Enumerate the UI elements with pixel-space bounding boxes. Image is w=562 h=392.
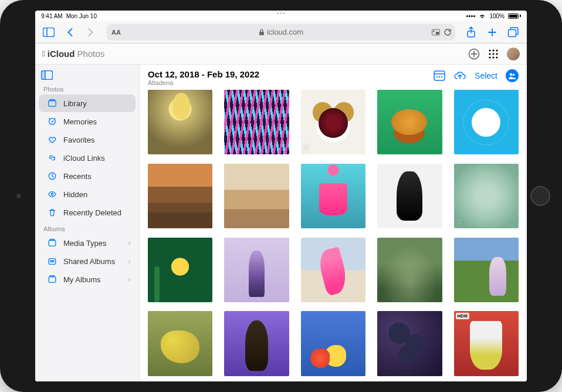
sidebar-item-label: Favorites: [63, 136, 94, 144]
photo-grid: ♡♡HDR: [140, 90, 527, 381]
photo-thumbnail[interactable]: [377, 90, 442, 154]
sidebar-item-label: Library: [63, 99, 87, 108]
svg-point-25: [51, 193, 53, 195]
photo-main: Oct 12, 2018 - Feb 19, 2022 Altadena Sel…: [140, 65, 527, 381]
battery-percent: 100%: [489, 13, 505, 19]
svg-point-37: [510, 73, 513, 76]
address-bar[interactable]: AA icloud.com: [107, 24, 455, 40]
shared-icon: [47, 256, 57, 266]
svg-point-36: [441, 76, 442, 77]
eye-icon: [47, 189, 57, 200]
photo-thumbnail[interactable]: [454, 90, 519, 154]
reload-icon[interactable]: [443, 28, 452, 36]
photo-thumbnail[interactable]: [454, 238, 519, 302]
account-avatar[interactable]: [507, 48, 520, 60]
memories-icon: [47, 116, 57, 127]
app-title[interactable]:  iCloud Photos: [42, 49, 104, 59]
svg-point-29: [50, 261, 52, 262]
sidebar-item-label: Recents: [63, 172, 92, 181]
svg-rect-26: [49, 241, 56, 246]
svg-point-11: [496, 49, 497, 51]
sidebar-item-media-types[interactable]: Media Types›: [39, 234, 136, 252]
photo-thumbnail[interactable]: HDR: [454, 311, 519, 376]
chevron-right-icon: ›: [128, 238, 131, 248]
sidebar-item-favorites[interactable]: Favorites: [39, 131, 136, 148]
view-options-button[interactable]: [434, 70, 445, 81]
trash-icon: [47, 207, 57, 218]
svg-point-38: [513, 73, 515, 76]
album-icon: [47, 274, 57, 285]
sidebar-item-shared-albums[interactable]: Shared Albums›: [39, 252, 136, 270]
sidebar-section-header: Photos: [35, 82, 139, 94]
svg-point-12: [489, 53, 490, 55]
photo-thumbnail[interactable]: [148, 311, 212, 376]
lock-icon: [259, 29, 265, 36]
forward-button[interactable]: [82, 23, 100, 41]
svg-point-17: [496, 56, 497, 58]
status-time: 9:41 AM: [41, 13, 63, 19]
photo-thumbnail[interactable]: [224, 90, 289, 154]
sidebar-item-recently-deleted[interactable]: Recently Deleted: [39, 204, 136, 221]
safari-toolbar: AA icloud.com: [35, 21, 527, 43]
photo-thumbnail[interactable]: [148, 238, 212, 302]
photo-thumbnail[interactable]: [301, 238, 365, 302]
svg-point-13: [492, 53, 494, 55]
svg-point-15: [489, 56, 490, 58]
favorite-heart-icon: ♡: [303, 144, 309, 152]
app-launcher-button[interactable]: [488, 49, 499, 59]
reader-aa-button[interactable]: AA: [111, 29, 121, 36]
cloud-upload-button[interactable]: [453, 71, 466, 80]
svg-rect-21: [49, 101, 56, 107]
sidebar-item-library[interactable]: Library: [39, 94, 136, 112]
tabs-button[interactable]: [505, 23, 522, 41]
photo-thumbnail[interactable]: [301, 311, 365, 376]
sidebar: PhotosLibraryMemoriesFavoritesiCloud Lin…: [35, 65, 140, 381]
photo-thumbnail[interactable]: [377, 311, 442, 376]
shared-library-button[interactable]: [506, 69, 519, 82]
sidebar-item-label: Recently Deleted: [63, 208, 121, 217]
share-button[interactable]: [462, 23, 480, 41]
battery-icon: [508, 13, 521, 19]
back-button[interactable]: [61, 23, 79, 41]
sidebar-item-label: Media Types: [63, 239, 106, 248]
svg-point-14: [496, 53, 497, 55]
sidebar-item-icloud-links[interactable]: iCloud Links: [39, 149, 136, 167]
sidebar-toggle-button[interactable]: [40, 23, 57, 41]
apple-logo-icon: : [42, 49, 45, 58]
photo-thumbnail[interactable]: [148, 90, 212, 154]
svg-point-9: [489, 49, 490, 51]
svg-point-35: [439, 76, 440, 77]
sidebar-item-my-albums[interactable]: My Albums›: [39, 271, 136, 288]
photo-thumbnail[interactable]: [224, 164, 289, 228]
pip-icon[interactable]: [432, 28, 440, 36]
hdr-badge: HDR: [456, 313, 469, 319]
chevron-right-icon: ›: [128, 256, 131, 266]
photo-thumbnail[interactable]: [224, 311, 289, 376]
heart-icon: [47, 134, 57, 145]
ipad-home-button[interactable]: [530, 186, 550, 206]
photo-thumbnail[interactable]: ♡: [454, 164, 519, 228]
photo-thumbnail[interactable]: [377, 164, 442, 228]
photo-thumbnail[interactable]: ♡: [301, 90, 365, 154]
svg-rect-0: [43, 28, 55, 36]
sidebar-item-recents[interactable]: Recents: [39, 167, 136, 185]
svg-rect-20: [42, 71, 45, 79]
sidebar-item-label: Shared Albums: [63, 257, 115, 266]
sidebar-item-hidden[interactable]: Hidden: [39, 185, 136, 203]
photo-thumbnail[interactable]: [224, 238, 289, 302]
svg-point-30: [52, 261, 54, 262]
app-header:  iCloud Photos: [35, 43, 527, 65]
select-button[interactable]: Select: [475, 71, 497, 80]
svg-rect-4: [436, 32, 439, 34]
sidebar-section-header: Albums: [35, 222, 139, 234]
svg-rect-7: [509, 29, 516, 36]
location-label: Altadena: [148, 79, 259, 86]
photo-thumbnail[interactable]: [377, 238, 442, 302]
new-tab-button[interactable]: [483, 23, 501, 41]
photo-thumbnail[interactable]: [301, 164, 365, 228]
svg-rect-31: [49, 277, 56, 283]
sidebar-item-memories[interactable]: Memories: [39, 113, 136, 130]
collapse-sidebar-button[interactable]: [35, 68, 139, 82]
upload-button[interactable]: [468, 48, 480, 60]
photo-thumbnail[interactable]: [148, 164, 212, 228]
